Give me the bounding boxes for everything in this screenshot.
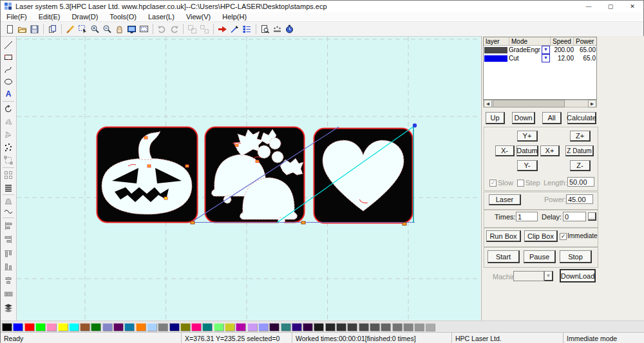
open-icon[interactable] (16, 23, 28, 35)
pan-icon[interactable] (113, 23, 126, 35)
layers-icon[interactable] (3, 302, 14, 313)
more-button[interactable]: ... (588, 212, 596, 221)
palette-swatch[interactable] (147, 323, 156, 331)
menu-item-edit[interactable]: Edit(E) (33, 13, 66, 21)
layer-mode[interactable]: Cut (507, 55, 540, 62)
z-minus-button[interactable]: Z- (570, 160, 591, 171)
palette-swatch[interactable] (392, 323, 402, 331)
param-list-icon[interactable] (241, 23, 253, 35)
machine-select[interactable] (513, 271, 544, 281)
align-left-icon[interactable] (3, 220, 14, 231)
palette-swatch[interactable] (46, 323, 56, 331)
palette-swatch[interactable] (370, 323, 379, 331)
align-center-icon[interactable] (3, 275, 14, 286)
ellipse-tool-icon[interactable] (3, 76, 14, 87)
immediate-checkbox[interactable]: ✓ (560, 233, 567, 240)
menu-item-laser[interactable]: Laser(L) (142, 13, 180, 21)
rotate-tool-icon[interactable] (3, 103, 14, 114)
palette-swatch[interactable] (303, 323, 312, 331)
output-icon[interactable] (216, 23, 229, 35)
palette-swatch[interactable] (258, 323, 268, 331)
laser-button[interactable]: Laser (489, 194, 521, 205)
datum-button[interactable]: Datum (516, 145, 538, 156)
palette-swatch[interactable] (124, 323, 134, 331)
y-minus-button[interactable]: Y- (517, 160, 538, 171)
times-field[interactable]: 1 (516, 212, 538, 221)
power-field[interactable]: 45.00 (566, 194, 593, 204)
palette-swatch[interactable] (359, 323, 368, 331)
layer-speed[interactable]: 200.00 (550, 46, 574, 53)
distribute-icon[interactable] (3, 288, 14, 299)
brush-icon[interactable] (64, 23, 77, 35)
palette-swatch[interactable] (13, 323, 23, 331)
run-box-button[interactable]: Run Box (486, 230, 521, 242)
start-button[interactable]: Start (488, 250, 520, 263)
minimize-button[interactable]: — (578, 1, 600, 12)
palette-swatch[interactable] (202, 323, 212, 331)
palette-swatch[interactable] (102, 323, 112, 331)
align-bottom-icon[interactable] (3, 261, 14, 272)
palette-swatch[interactable] (347, 323, 357, 331)
palette-swatch[interactable] (58, 323, 68, 331)
palette-swatch[interactable] (91, 323, 100, 331)
palette-swatch[interactable] (281, 323, 290, 331)
scroll-right-icon[interactable]: ► (588, 100, 596, 107)
calculate-button[interactable]: Calculate (567, 112, 596, 124)
palette-swatch[interactable] (191, 323, 201, 331)
mirror-vertical-tool-icon[interactable] (3, 116, 14, 127)
palette-swatch[interactable] (314, 323, 323, 331)
hatch-tool-icon[interactable] (3, 182, 14, 193)
menu-item-help[interactable]: Help(H) (216, 13, 252, 21)
zoom-out-icon[interactable] (101, 23, 113, 35)
pause-button[interactable]: Pause (524, 250, 556, 263)
select-icon[interactable] (77, 23, 89, 35)
layer-row[interactable]: Cut ▼ 12.00 65.0 (484, 54, 596, 62)
palette-swatch[interactable] (292, 323, 301, 331)
palette-swatch[interactable] (169, 323, 179, 331)
node-edit-tool-icon[interactable] (3, 154, 14, 165)
slow-checkbox[interactable]: ✓ (489, 180, 497, 187)
palette-swatch[interactable] (336, 323, 346, 331)
layer-color-swatch[interactable] (484, 55, 507, 62)
rectangle-tool-icon[interactable] (3, 51, 14, 62)
mode-dropdown-icon[interactable]: ▼ (542, 46, 550, 54)
palette-swatch[interactable] (136, 323, 146, 331)
preview-icon[interactable] (259, 23, 271, 35)
layer-mode[interactable]: GradeEngrave (507, 46, 540, 53)
close-button[interactable]: ✕ (621, 1, 643, 12)
machine-dropdown-icon[interactable]: ▼ (544, 271, 553, 281)
palette-swatch[interactable] (269, 323, 279, 331)
time-estimate-icon[interactable] (283, 23, 296, 35)
layer-color-swatch[interactable] (484, 47, 507, 53)
scroll-left-icon[interactable]: ◄ (484, 100, 492, 107)
align-top-icon[interactable] (3, 248, 14, 259)
step-checkbox[interactable] (517, 180, 524, 187)
layer-power[interactable]: 65.0 (574, 55, 596, 62)
palette-swatch[interactable] (236, 323, 245, 331)
path-length-icon[interactable] (271, 23, 283, 35)
line-tool-icon[interactable] (3, 39, 14, 50)
palette-swatch[interactable] (214, 323, 223, 331)
dither-tool-icon[interactable] (3, 142, 14, 153)
palette-swatch[interactable] (325, 323, 335, 331)
stamp-tool-icon[interactable] (3, 196, 14, 207)
import-icon[interactable] (46, 23, 59, 35)
palette-swatch[interactable] (69, 323, 79, 331)
fit-screen-icon[interactable] (126, 23, 138, 35)
palette-swatch[interactable] (247, 323, 257, 331)
palette-swatch[interactable] (425, 323, 435, 331)
palette-swatch[interactable] (113, 323, 123, 331)
x-minus-button[interactable]: X- (495, 145, 515, 156)
palette-swatch[interactable] (225, 323, 234, 331)
mirror-horizontal-tool-icon[interactable] (3, 129, 14, 140)
z-datum-button[interactable]: Z Datum (565, 145, 594, 156)
length-field[interactable]: 50.00 (567, 177, 594, 187)
download-button[interactable]: DownLoad (560, 269, 596, 283)
new-icon[interactable] (4, 23, 16, 35)
palette-swatch[interactable] (2, 323, 12, 331)
palette-swatch[interactable] (381, 323, 390, 331)
array-tool-icon[interactable] (3, 169, 14, 180)
text-tool-icon[interactable]: A (3, 88, 14, 99)
layer-power[interactable]: 65.00 (574, 46, 596, 53)
palette-swatch[interactable] (414, 323, 424, 331)
